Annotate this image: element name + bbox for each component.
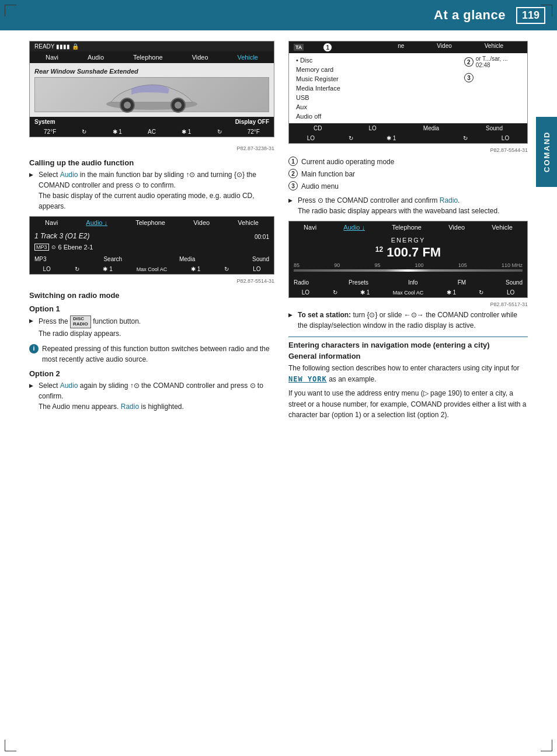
crop-mark-tl [5,5,16,16]
fm-screen-nav: Navi Audio ↓ Telephone Video Vehicle [289,221,527,233]
screen-subtitle: Rear Window Sunshade Extended [34,68,269,75]
menu-aux[interactable]: Aux [294,102,459,112]
ready-text: READY ▮▮▮▮ 🔒 [34,43,79,50]
svg-point-4 [175,102,182,109]
screen-nav: Navi Audio Telephone Video Vehicle [30,51,274,63]
fm-bottom-sound[interactable]: Sound [506,279,523,286]
menu-bottom-media[interactable]: Media [423,125,439,131]
screen-bottombar: System Display OFF [30,117,274,127]
menu-usb[interactable]: USB [294,93,459,102]
scale-90: 90 [334,262,340,268]
fm-status-star: ✱ 1 [360,289,370,296]
mp3-status-lo2: LO [253,266,260,272]
status-ac: AC [148,129,156,135]
disc-radio-button[interactable]: DISCRADIO [70,315,91,328]
nav-navi[interactable]: Navi [43,54,61,61]
mp3-nav-navi[interactable]: Navi [43,219,60,226]
new-york-highlight: NEW YORK [288,375,327,383]
mp3-nav-vehicle[interactable]: Vehicle [235,219,260,226]
screen-topbar: READY ▮▮▮▮ 🔒 [30,41,274,51]
annotation-2: 2 Main function bar [288,169,528,179]
header-video: Video [437,43,451,52]
fm-status-ac: Max Cool AC [393,290,424,296]
mp3-bottom-mp3[interactable]: MP3 [34,256,47,262]
info-text: Repeated pressing of this function butto… [42,344,274,365]
option2-item-1: Select Audio again by sliding ↑⊙ the COM… [29,380,274,412]
menu-status-lo: LO [307,135,315,141]
circle-1: 1 [323,43,332,52]
fm-nav-vehicle[interactable]: Vehicle [489,224,514,231]
fm-bottombar: Radio Presets Info FM Sound [289,278,527,287]
mp3-station-name: 6 Ebene 2-1 [58,244,93,251]
general-info-text2: If you want to use the address entry men… [288,388,528,421]
menu-or-time: or T.../sar, ... 02:48 [476,56,523,68]
annotation-1: 1 Current audio operating mode [288,157,528,167]
option1-item-1: Press the DISCRADIO function button. The… [29,315,274,339]
header-ne: ne [398,43,404,52]
fm-freq-value: 100.7 FM [387,245,441,259]
fm-radio-screen: Navi Audio ↓ Telephone Video Vehicle ENE… [288,221,528,298]
mp3-content: 1 Track 3 (O1 E2) 00:01 MP3 ⊙ 6 Ebene 2-… [30,228,274,254]
menu-bottom-cd[interactable]: CD [314,125,322,131]
mp3-status-rec2: ↻ [224,266,229,272]
fm-bottom-presets[interactable]: Presets [349,279,368,286]
mp3-statusbar: LO ↻ ✱ 1 Max Cool AC ✱ 1 ↻ LO [30,264,274,274]
header-title: At a glance [434,8,506,23]
scale-110: 110 MHz [502,262,523,268]
info-icon: i [29,344,39,353]
audio-menu-topbar: TA 1 ne Video Vehicle [289,41,527,53]
section3-list: Press ⊙ the COMAND controller and confir… [288,195,528,216]
audio-inline2: Audio [60,382,78,390]
menu-status-rec2: ↻ [463,135,468,141]
fm-statusbar: LO ↻ ✱ 1 Max Cool AC ✱ 1 ↻ LO [289,287,527,297]
menu-bottom-sound[interactable]: Sound [486,125,503,131]
mp3-nav-video[interactable]: Video [191,219,212,226]
fm-nav-telephone[interactable]: Telephone [389,224,424,231]
menu-circle2-row: 2 or T.../sar, ... 02:48 [464,56,523,68]
vehicle-content: Rear Window Sunshade Extended [30,63,274,117]
scale-85: 85 [294,262,300,268]
menu-disc[interactable]: Disc [294,56,459,65]
code-ref-2: P82.87-5514-31 [29,278,274,284]
menu-music-register[interactable]: Music Register [294,74,459,84]
menu-bottom-lo: LO [368,125,376,131]
menu-right-area: 2 or T.../sar, ... 02:48 3 [464,56,523,121]
code-ref-1: P82.87-3238-31 [29,145,274,151]
fm-nav-audio[interactable]: Audio ↓ [341,224,367,231]
menu-audio-off[interactable]: Audio off [294,112,459,121]
menu-memory-card[interactable]: Memory card [294,65,459,74]
fm-bottom-radio[interactable]: Radio [294,279,309,286]
anno-text-3: Audio menu [301,181,339,192]
fm-freq: 12 100.7 FM [294,245,523,260]
status-recirculate2: ↻ [217,129,222,135]
nav-video[interactable]: Video [190,54,211,61]
mp3-bottom-media[interactable]: Media [179,256,195,262]
fm-status-rec2: ↻ [479,289,483,296]
nav-vehicle[interactable]: Vehicle [235,54,260,61]
mp3-bottom-sound[interactable]: Sound [252,256,269,262]
fm-bottom-fm[interactable]: FM [458,279,466,286]
fm-bottom-info[interactable]: Info [408,279,418,286]
mp3-nav-audio[interactable]: Audio ↓ [83,219,110,226]
header-bar: At a glance 119 [0,0,557,30]
info-block: i Repeated pressing of this function but… [29,344,274,365]
general-info-heading: General information [288,352,528,360]
menu-circle3-row: 3 [464,73,523,82]
mp3-nav-telephone[interactable]: Telephone [133,219,168,226]
fm-content: ENERGY 12 100.7 FM 85 90 95 100 105 110 … [289,233,527,278]
nav-telephone[interactable]: Telephone [131,54,165,61]
fm-nav-video[interactable]: Video [446,224,467,231]
anno-text-2: Main function bar [301,169,355,179]
mp3-bottom-search[interactable]: Search [103,256,122,262]
svg-point-2 [124,102,131,109]
nav-audio[interactable]: Audio [85,54,106,61]
mp3-bottombar: MP3 Search Media Sound [30,254,274,264]
fm-nav-navi[interactable]: Navi [301,224,319,231]
option2-list: Select Audio again by sliding ↑⊙ the COM… [29,380,274,412]
annotation-list: 1 Current audio operating mode 2 Main fu… [288,157,528,192]
menu-status-star: ✱ 1 [387,135,396,141]
menu-media-interface[interactable]: Media Interface [294,84,459,93]
section1-list: Select Audio in the main function bar by… [29,169,274,211]
to-set-station-list: To set a station: turn {⊙} or slide ←⊙→ … [288,310,528,331]
fm-freq-prefix: 12 [375,245,383,254]
